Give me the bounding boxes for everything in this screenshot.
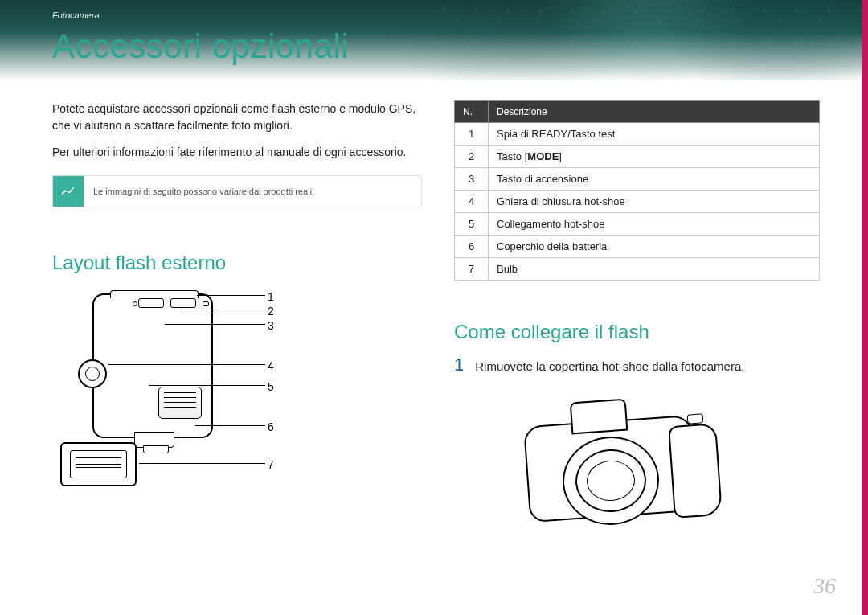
table-header-row: N. Descrizione: [455, 101, 820, 123]
page-number: 36: [813, 573, 836, 599]
right-column: N. Descrizione 1 Spia di READY/Tasto tes…: [454, 100, 820, 541]
table-row: 2 Tasto [MODE]: [455, 146, 820, 168]
manual-page: Fotocamera Accessori opzionali Potete ac…: [0, 0, 868, 615]
note-text: Le immagini di seguito possono variare d…: [84, 176, 421, 207]
step-text: Rimuovete la copertina hot-shoe dalla fo…: [475, 359, 744, 373]
left-column: Potete acquistare accessori opzionali co…: [52, 100, 422, 502]
page-title: Accessori opzionali: [52, 27, 349, 66]
table-row: 1 Spia di READY/Tasto test: [455, 123, 820, 146]
camera-diagram: [518, 388, 735, 541]
section-heading-layout: Layout flash esterno: [52, 252, 422, 274]
right-accent-strip: [862, 0, 868, 615]
intro-paragraph: Potete acquistare accessori opzionali co…: [52, 100, 422, 134]
table-row: 4 Ghiera di chiusura hot-shoe: [455, 191, 820, 213]
parts-table: N. Descrizione 1 Spia di READY/Tasto tes…: [454, 100, 820, 281]
callout-label-2: 2: [268, 305, 274, 318]
table-header-desc: Descrizione: [489, 101, 820, 123]
table-row: 3 Tasto di accensione: [455, 168, 820, 191]
intro-paragraph-2: Per ulteriori informazioni fate riferime…: [52, 144, 422, 161]
note-callout: Le immagini di seguito possono variare d…: [52, 175, 422, 207]
callout-label-1: 1: [268, 290, 274, 303]
table-row: 5 Collegamento hot-shoe: [455, 213, 820, 236]
table-row: 6 Coperchio della batteria: [455, 236, 820, 258]
callout-label-5: 5: [268, 380, 274, 393]
step-number: 1: [454, 355, 464, 375]
flash-bulb-outline: [60, 442, 137, 486]
callout-label-6: 6: [268, 420, 274, 433]
note-icon: [53, 176, 84, 207]
section-heading-connect: Come collegare il flash: [454, 321, 820, 343]
step-1: 1 Rimuovete la copertina hot-shoe dalla …: [454, 355, 820, 375]
table-header-number: N.: [455, 101, 489, 123]
flash-body-outline: [92, 293, 213, 438]
callout-label-7: 7: [268, 458, 274, 471]
breadcrumb: Fotocamera: [52, 10, 100, 20]
callout-label-3: 3: [268, 319, 274, 332]
external-flash-diagram: 1 2 3 4 5 6 7: [60, 285, 269, 502]
callout-label-4: 4: [268, 359, 274, 372]
table-row: 7 Bulb: [455, 258, 820, 281]
